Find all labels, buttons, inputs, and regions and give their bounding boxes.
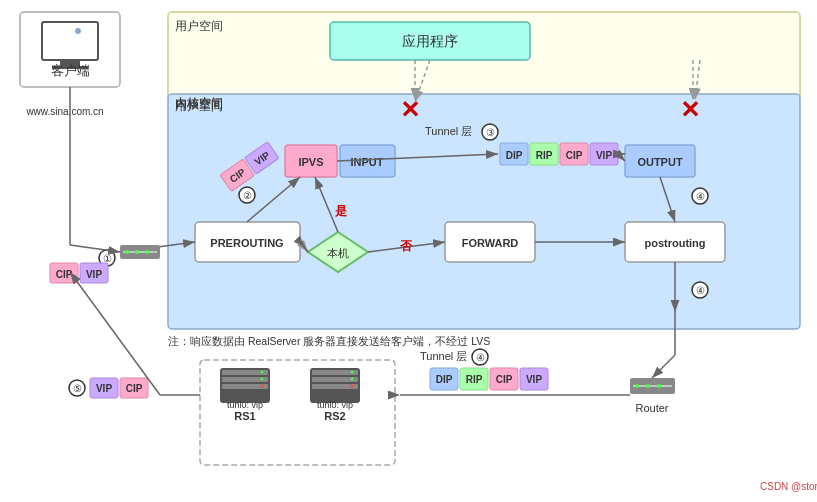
svg-rect-98: [520, 368, 548, 390]
svg-text:VIP: VIP: [526, 374, 542, 385]
svg-rect-77: [312, 384, 358, 389]
router-label: Router: [635, 402, 668, 414]
svg-rect-25: [590, 143, 618, 165]
svg-rect-68: [222, 384, 268, 389]
svg-rect-3: [42, 22, 98, 60]
ipvs-label: IPVS: [298, 156, 323, 168]
svg-point-49: [99, 250, 115, 266]
svg-text:CIP: CIP: [496, 374, 513, 385]
svg-rect-87: [120, 378, 148, 398]
svg-text:RS2: RS2: [324, 410, 345, 422]
app-label: 应用程序: [402, 33, 458, 49]
svg-rect-100: [630, 378, 675, 394]
watermark: CSDN @stormsha: [760, 481, 817, 492]
svg-text:VIP: VIP: [96, 383, 112, 394]
svg-text:DIP: DIP: [436, 374, 453, 385]
svg-text:④: ④: [696, 191, 705, 202]
svg-rect-1: [168, 94, 800, 329]
svg-rect-94: [460, 368, 488, 390]
svg-text:内核空间: 内核空间: [175, 97, 223, 111]
svg-rect-64: [200, 360, 395, 465]
svg-line-37: [660, 177, 675, 222]
svg-line-36: [618, 154, 625, 161]
svg-point-104: [657, 384, 661, 388]
svg-rect-14: [285, 145, 337, 177]
svg-point-47: [135, 250, 139, 254]
svg-point-69: [261, 371, 264, 374]
svg-line-106: [652, 355, 675, 378]
svg-point-17: [482, 124, 498, 140]
svg-text:③: ③: [486, 127, 495, 138]
svg-rect-92: [430, 368, 458, 390]
svg-line-61: [315, 177, 338, 232]
svg-text:CIP: CIP: [566, 150, 583, 161]
svg-rect-67: [222, 377, 268, 382]
svg-rect-5: [52, 66, 88, 69]
svg-line-29: [300, 242, 308, 252]
svg-text:RIP: RIP: [466, 374, 483, 385]
note-text: 注：响应数据由 RealServer 服务器直接发送给客户端，不经过 LVS: [168, 335, 490, 347]
svg-rect-57: [220, 159, 254, 191]
svg-rect-75: [312, 370, 358, 375]
kernel-space-label: 内核空间: [175, 96, 223, 110]
svg-point-41: [692, 282, 708, 298]
svg-text:用户空间: 用户空间: [175, 19, 223, 33]
svg-point-48: [145, 250, 149, 254]
svg-line-30: [300, 242, 308, 252]
svg-line-28: [695, 60, 700, 100]
svg-rect-10: [195, 222, 300, 262]
svg-point-90: [472, 349, 488, 365]
svg-text:②: ②: [243, 190, 252, 201]
svg-rect-13: [625, 222, 725, 262]
no-label: 否: [400, 239, 413, 253]
svg-rect-19: [500, 143, 528, 165]
svg-point-55: [239, 187, 255, 203]
yes-label: 是: [335, 204, 347, 218]
local-host-label: 本机: [327, 247, 349, 259]
svg-text:RS1: RS1: [234, 410, 255, 422]
svg-line-31: [300, 242, 305, 247]
svg-text:RIP: RIP: [536, 150, 553, 161]
svg-line-27: [415, 60, 430, 102]
svg-rect-66: [222, 370, 268, 375]
svg-point-78: [351, 371, 354, 374]
svg-text:VIP: VIP: [86, 269, 102, 280]
svg-line-32: [368, 242, 445, 252]
svg-line-114: [70, 272, 160, 395]
svg-text:tunl0: vip: tunl0: vip: [317, 400, 353, 410]
x-mark-left: ✕: [400, 96, 420, 123]
svg-text:④: ④: [476, 352, 485, 363]
main-container: 应用程序 用户空间 内核空间 用户空间 内核空间 PREROUTING 本机 F…: [0, 0, 817, 502]
svg-rect-2: [20, 12, 120, 87]
svg-text:VIP: VIP: [596, 150, 612, 161]
svg-line-34: [247, 177, 300, 222]
input-label: INPUT: [351, 156, 384, 168]
svg-rect-12: [445, 222, 535, 262]
tunnel-label-1: Tunnel 层: [425, 125, 472, 137]
svg-text:CIP: CIP: [126, 383, 143, 394]
prerouting-label: PREROUTING: [210, 237, 283, 249]
postrouting-label: postrouting: [644, 237, 705, 249]
output-label: OUTPUT: [637, 156, 683, 168]
svg-rect-96: [490, 368, 518, 390]
diagram-svg: 应用程序 用户空间 内核空间 用户空间 内核空间 PREROUTING 本机 F…: [0, 0, 817, 502]
svg-rect-16: [625, 145, 695, 177]
svg-rect-44: [120, 245, 160, 259]
forward-label: FORWARD: [462, 237, 519, 249]
svg-point-103: [646, 384, 650, 388]
svg-rect-76: [312, 377, 358, 382]
svg-point-70: [261, 378, 264, 381]
svg-text:④: ④: [696, 285, 705, 296]
svg-point-83: [69, 380, 85, 396]
svg-line-35: [337, 154, 498, 161]
svg-rect-85: [90, 378, 118, 398]
svg-rect-59: [245, 142, 279, 174]
svg-line-43: [120, 242, 195, 252]
user-space-label: 用户空间: [175, 99, 223, 113]
svg-point-6: [75, 28, 81, 34]
svg-point-71: [261, 385, 264, 388]
svg-text:⑤: ⑤: [73, 383, 82, 394]
svg-rect-23: [560, 143, 588, 165]
tunnel-label-bottom: Tunnel 层: [420, 350, 467, 362]
svg-text:DIP: DIP: [506, 150, 523, 161]
